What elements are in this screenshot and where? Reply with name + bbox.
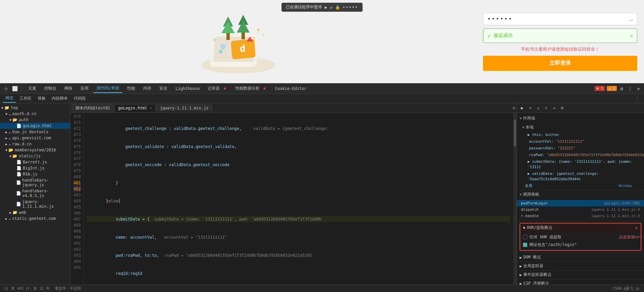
step-icon[interactable]: ↺ <box>330 5 332 10</box>
split-icon[interactable]: ⊞ <box>513 106 515 110</box>
local-header[interactable]: ▼ 本地 <box>517 123 644 132</box>
tree-item-goLogin[interactable]: ▶ 📄 goLogin.html <box>0 123 70 129</box>
step-btn[interactable]: → <box>551 105 557 111</box>
tab-sources[interactable]: 源代码/来源 <box>93 84 122 93</box>
devtools-secondary: 网页 工作区 替换 内容脚本 代码段 ⋮ <box>0 94 644 103</box>
callstack-item-0[interactable]: pwdFormLogin goLogin.html:482 <box>517 200 644 206</box>
code-scrollbar[interactable] <box>513 113 517 285</box>
tree-label-raw: raw.d.cn <box>12 142 32 146</box>
password-input-area: •••••• ◡ <box>483 13 637 25</box>
sec-tab-content-scripts[interactable]: 内容脚本 <box>49 95 70 102</box>
tab-cookie-editor[interactable]: Cookie-Editor <box>272 85 310 92</box>
tree-label-handlebars-v4: handlebars-v4.0.5.js <box>22 189 69 198</box>
login-button[interactable]: 立即登录 <box>483 56 637 71</box>
dom-header[interactable]: ▶ DOM 断点 <box>517 253 644 261</box>
tree-item-rsa[interactable]: ▶ 📄 RSA.js <box>0 171 70 177</box>
tab-performance-insights[interactable]: 性能数据分析 🔺 <box>232 84 270 93</box>
braces-icon[interactable]: {} <box>4 286 8 291</box>
tab-elements[interactable]: 元素 <box>25 84 40 93</box>
callstack-func-0: pwdFormLogin <box>521 201 547 205</box>
add-xhr-btn[interactable]: + <box>635 225 638 231</box>
code-tabs: 脚本代码段test01 goLogin.html ✕ jquery-1.11.1… <box>70 103 517 113</box>
dom-breakpoints: ▶ DOM 断点 <box>517 253 644 261</box>
lock-icon: 🔒 <box>335 5 340 10</box>
tree-label-goLogin: goLogin.html <box>23 124 52 128</box>
tab-lighthouse[interactable]: Lighthouse <box>172 85 203 92</box>
tree-item-membersystem[interactable]: ▼ 📂 membersystem/2016 <box>0 147 70 153</box>
tab-performance[interactable]: 性能 <box>124 84 139 93</box>
tab-icons: ⊞ <box>513 106 515 110</box>
tree-item-bigint[interactable]: ▶ 📄 BigInt.js <box>0 165 70 171</box>
code-tab-goLogin[interactable]: goLogin.html ✕ <box>114 104 156 112</box>
svg-marker-7 <box>237 20 250 33</box>
xhr-checkbox-any[interactable] <box>523 235 527 239</box>
resume-btn[interactable]: ▶ <box>520 105 525 111</box>
tree-item-handlebars-jquery[interactable]: ▶ 📄 handlebars-jquery.js <box>0 177 70 188</box>
inspect-icon[interactable]: ⊹ <box>3 85 9 93</box>
sec-tab-snippets[interactable]: 代码段 <box>71 95 89 102</box>
callstack-section: ▼ 调用堆栈 pwdFormLogin goLogin.html:482 dis… <box>517 190 644 221</box>
step-into-btn[interactable]: ↓ <box>536 105 541 111</box>
code-panel: 脚本代码段test01 goLogin.html ✕ jquery-1.11.1… <box>70 103 517 285</box>
global-listener-header[interactable]: ▶ 全局监听器 <box>517 262 644 270</box>
code-tab-jquery[interactable]: jquery-1.11.1.min.js <box>156 104 212 111</box>
debug-dots: ••••• <box>343 5 358 10</box>
more-tabs-icon[interactable]: ⋮ <box>633 95 641 102</box>
close-icon[interactable]: ✕ <box>636 85 641 93</box>
tree-item-jquery[interactable]: ▶ 📄 jquery-1.11.1.min.js <box>0 199 70 209</box>
sec-tab-workspace[interactable]: 工作区 <box>17 95 34 102</box>
error-badge: ⊗ 1 <box>595 86 605 91</box>
sec-tab-replace[interactable]: 替换 <box>35 95 48 102</box>
svg-text:d: d <box>239 43 246 54</box>
tree-label-staticjs: static/js <box>19 154 41 158</box>
tree-item-barrett[interactable]: ▶ 📄 Barrett.js <box>0 159 70 165</box>
csp-header[interactable]: ▶ CSP 违规断点 <box>517 279 644 285</box>
tree-item-staticjs[interactable]: ▼ 📂 static/js <box>0 153 70 159</box>
sec-tab-webpage[interactable]: 网页 <box>3 94 16 103</box>
xhr-checkbox-auth[interactable] <box>523 243 527 247</box>
more-icon[interactable]: ⋮ <box>627 85 634 93</box>
tree-item-oauth[interactable]: ▼ ☁ oauth.d.cn <box>0 111 70 117</box>
tree-item-api[interactable]: ▶ ☁ api.geevisit.com <box>0 135 70 141</box>
event-listener-header[interactable]: ▶ 事件监听器断点 <box>517 271 644 279</box>
callstack-item-1[interactable]: dispatch jquery-1.11.1.min.js:3 <box>517 206 644 213</box>
scrollbar-thumb[interactable] <box>514 119 516 146</box>
step-out-btn[interactable]: ↑ <box>543 105 549 111</box>
tab-console[interactable]: 控制台 <box>41 84 60 93</box>
callstack-item-2[interactable]: r.handle jquery-1.11.1.min.js:3 <box>517 213 644 219</box>
device-icon[interactable]: ⬜ <box>11 85 19 93</box>
step-over-btn[interactable]: ↷ <box>528 105 533 111</box>
tree-item-auth[interactable]: ▼ 📂 auth <box>0 117 70 123</box>
tree-item-geetest[interactable]: ▶ ☁ static.geetest.com <box>0 215 70 222</box>
settings-icon[interactable]: ⚙ <box>619 85 624 93</box>
tab-security[interactable]: 安全 <box>156 84 171 93</box>
devtools: ⊹ ⬜ 元素 控制台 网络 应用 源代码/来源 性能 内存 安全 Lightho… <box>0 83 644 292</box>
code-content[interactable]: 470 471 472 473 474 475 476 477 478 479 … <box>70 113 517 285</box>
scope-submitData: ▶ submitData: {name: '13111111111', pwd:… <box>517 158 644 171</box>
deactivate-btn[interactable]: ⊘ <box>559 105 565 111</box>
xhr-item-auth: 网址包含"/auth/login" <box>523 241 638 249</box>
svg-rect-5 <box>226 33 230 40</box>
scope-header[interactable]: ▼ 作用域 <box>517 114 644 123</box>
global-listeners: ▶ 全局监听器 <box>517 261 644 270</box>
tab-recorder[interactable]: 记录器 🔺 <box>204 84 230 93</box>
event-listener-title: 事件监听器断点 <box>523 272 551 278</box>
debug-text: 已在调试程序中暂停 <box>286 4 322 10</box>
tree-item-handlebars-v4[interactable]: ▶ 📄 handlebars-v4.0.5.js <box>0 188 70 199</box>
tree-item-top[interactable]: ▼ 📁 top <box>0 105 70 111</box>
tree-item-raw[interactable]: ▶ ☁ raw.d.cn <box>0 141 70 147</box>
tab-application[interactable]: 应用 <box>77 84 92 93</box>
xhr-header[interactable]: ▼ XHR/提取断点 + <box>520 224 641 232</box>
tree-item-vuejs[interactable]: ▶ ☁ Vue.js devtools <box>0 129 70 135</box>
tab-memory[interactable]: 内存 <box>140 84 155 93</box>
code-tab-snippets[interactable]: 脚本代码段test01 <box>72 104 114 112</box>
xhr-label-auth: 网址包含"/auth/login" <box>529 242 577 248</box>
scope-rsaPwd: rsaPwd: "a8dd5312b6d401f65ef1f3f2dd0b7b0… <box>517 152 644 158</box>
author-text: CSDN @展飞_qi <box>612 286 640 291</box>
tab-network[interactable]: 网络 <box>61 84 76 93</box>
callstack-header[interactable]: ▼ 调用堆栈 <box>517 190 644 199</box>
tab-goLogin-close[interactable]: ✕ <box>150 106 152 110</box>
tree-label-bigint: BigInt.js <box>23 166 45 171</box>
tree-item-web[interactable]: ▶ 📁 web <box>0 209 70 215</box>
play-icon[interactable]: ▶ <box>325 5 327 10</box>
